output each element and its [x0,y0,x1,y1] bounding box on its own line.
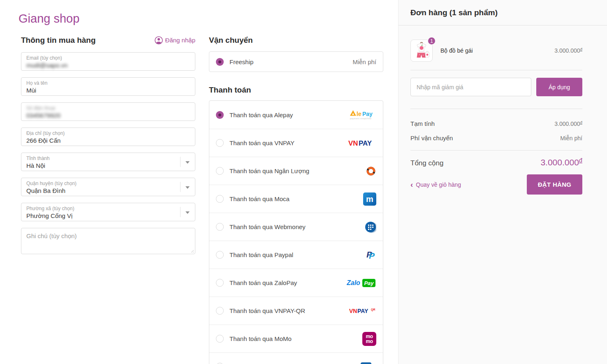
shipping-title: Vận chuyển [209,35,383,45]
radio-momo[interactable] [216,335,224,343]
radio-moca[interactable] [216,195,224,203]
webmoney-logo [365,221,376,233]
district-label: Quận huyện (tùy chọn) [26,181,190,187]
address-field[interactable]: Địa chỉ (tùy chọn) [21,128,195,146]
order-summary-header: Đơn hàng (1 sản phẩm) [398,0,607,26]
quantity-badge: 1 [427,37,436,45]
fullname-input[interactable] [26,86,190,95]
chevron-down-icon[interactable] [185,161,190,164]
email-field[interactable]: Email (tùy chọn) [21,52,195,71]
phone-field[interactable]: Số điện thoại [21,102,195,121]
total-value: 3.000.000đ [540,158,582,167]
radio-zalopay[interactable] [216,279,224,287]
payment-option-vnpayqr[interactable]: Thanh toán qua VNPAY-QR VN PAY QR [209,297,383,325]
payment-option-moca[interactable]: Thanh toán qua Moca m [209,185,383,213]
customer-fields: Email (tùy chọn) Họ và tên Số điện thoại… [21,52,195,261]
svg-text:VN: VN [348,139,358,147]
resize-handle[interactable] [190,249,194,253]
select-divider [180,157,181,167]
svg-text:PAY: PAY [359,139,372,147]
zalopay-logo: Zalo Pay [347,278,376,288]
payment-option-momo[interactable]: Thanh toán qua MoMo mo mo [209,325,383,352]
payment-option-nganluong[interactable]: Thanh toán qua Ngân Lượng [209,157,383,185]
alepay-logo: le Pay payment simplified [349,109,376,121]
radio-vnpay[interactable] [216,139,224,147]
fullname-field[interactable]: Họ và tên [21,77,195,96]
radio-freeship[interactable] [216,58,224,66]
svg-text:Pay: Pay [364,280,374,286]
radio-paypal[interactable] [216,251,224,259]
discount-section: Áp dụng [410,78,582,96]
total-row: Tổng cộng 3.000.000đ [410,158,582,167]
shipping-payment-column: Vận chuyển Freeship Miễn phí Thanh toán … [209,35,383,364]
moca-logo: m [363,192,376,206]
payment-option-webmoney[interactable]: Thanh toán qua Webmoney [209,213,383,241]
shipping-option-price: Miễn phí [352,58,376,65]
svg-text:m: m [366,195,373,204]
shipping-fee-row: Phí vận chuyển Miễn phí [410,134,582,141]
shipping-option-freeship[interactable]: Freeship Miễn phí [209,51,383,72]
district-select[interactable]: Quận huyện (tùy chọn) Quận Ba Đình [21,178,195,196]
chevron-down-icon[interactable] [185,186,190,189]
login-link[interactable]: Đăng nhập [155,36,195,44]
phone-input[interactable] [26,111,190,120]
product-thumbnail: 1 [410,39,433,62]
discount-code-input[interactable] [410,78,531,96]
phone-label: Số điện thoại [26,105,190,111]
svg-text:le: le [357,111,361,117]
payment-option-alepay[interactable]: Thanh toán qua Alepay le Pay payment sim… [209,101,383,129]
payment-option-zalopay[interactable]: Thanh toán qua ZaloPay Zalo Pay [209,269,383,297]
radio-vnpayqr[interactable] [216,307,224,315]
address-input[interactable] [26,137,190,145]
ward-value: Phường Cống Vị [26,212,190,220]
select-divider [180,182,181,192]
chevron-down-icon[interactable] [185,211,190,214]
order-actions: ‹ Quay về giỏ hàng ĐẶT HÀNG [410,174,582,195]
total-label: Tổng cộng [410,159,443,167]
payment-option-vtcpay[interactable]: Thanh toán qua VTC Pay [209,352,383,364]
form-title: Thông tin mua hàng [21,35,96,45]
shipping-fee-value: Miễn phí [560,135,582,141]
order-line-item: 1 Bộ đồ bé gái 3.000.000đ [410,39,582,62]
product-price: 3.000.000đ [554,47,582,54]
radio-alepay[interactable] [216,111,224,119]
svg-text:QR: QR [371,308,375,311]
address-label: Địa chỉ (tùy chọn) [26,130,190,137]
subtotal-row: Tạm tính 3.000.000đ [410,120,582,127]
back-to-cart-label: Quay về giỏ hàng [416,181,461,188]
ward-select[interactable]: Phường xã (tùy chọn) Phường Cống Vị [21,203,195,221]
email-input[interactable] [26,61,190,70]
product-name: Bộ đồ bé gái [440,47,473,54]
svg-text:PAY: PAY [357,308,368,314]
note-textarea[interactable] [26,232,190,250]
divider [410,109,582,109]
payment-option-paypal[interactable]: Thanh toán qua Paypal P P [209,241,383,269]
radio-webmoney[interactable] [216,223,224,231]
nganluong-logo [366,166,376,176]
svg-text:Pay: Pay [362,111,373,117]
shop-logo[interactable]: Giang shop [19,12,79,26]
place-order-button[interactable]: ĐẶT HÀNG [527,174,582,195]
vnpay-qr-logo: VN PAY QR [349,307,376,315]
select-divider [180,207,181,217]
email-label: Email (tùy chọn) [26,55,190,61]
fullname-label: Họ và tên [26,80,190,86]
note-field[interactable] [21,228,195,254]
momo-logo: mo mo [362,332,376,346]
order-title: Đơn hàng (1 sản phẩm) [410,8,498,17]
radio-nganluong[interactable] [216,167,224,175]
login-label: Đăng nhập [165,37,195,44]
back-to-cart-link[interactable]: ‹ Quay về giỏ hàng [410,181,461,188]
payment-option-vnpay[interactable]: Thanh toán qua VNPAY VN PAY [209,129,383,157]
province-select[interactable]: Tỉnh thành Hà Nội [21,153,195,171]
shipping-fee-label: Phí vận chuyển [410,134,453,141]
apply-discount-button[interactable]: Áp dụng [536,78,582,96]
dong-sign: đ [579,157,582,164]
ward-label: Phường xã (tùy chọn) [26,206,190,212]
subtotal-value: 3.000.000đ [554,121,582,127]
user-icon [155,36,163,44]
vnpay-logo: VN PAY [348,139,376,147]
subtotal-label: Tạm tính [410,120,435,127]
dong-sign: đ [580,47,582,51]
order-summary-panel: Đơn hàng (1 sản phẩm) 1 Bộ đồ bé [398,0,607,364]
